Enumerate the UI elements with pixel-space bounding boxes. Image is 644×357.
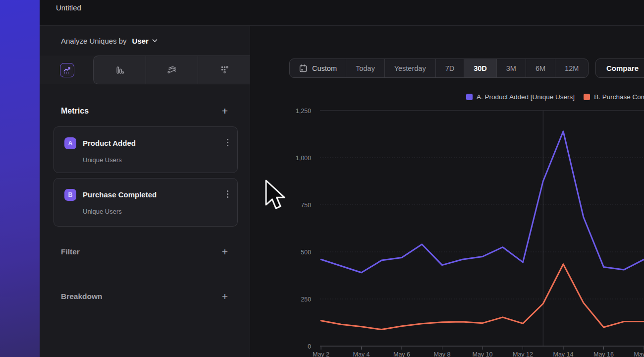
metrics-header: Metrics +	[61, 105, 228, 117]
metrics-title: Metrics	[61, 107, 89, 116]
chart-svg[interactable]: 02505007501,0001,250May 2May 4May 6May 8…	[250, 26, 644, 357]
tab-dot-grid[interactable]	[198, 56, 250, 84]
analyze-entity-dropdown[interactable]: User	[132, 37, 149, 45]
svg-text:May 4: May 4	[353, 351, 370, 357]
svg-text:May 16: May 16	[593, 351, 614, 357]
left-nav-rail	[0, 0, 40, 357]
report-title[interactable]: Untitled	[56, 3, 81, 12]
bar-chart-icon	[114, 65, 125, 75]
chevron-down-icon[interactable]	[152, 39, 158, 43]
add-breakdown-button[interactable]: +	[222, 292, 228, 301]
line-chart-icon	[62, 65, 72, 75]
dot-grid-icon	[219, 64, 230, 75]
svg-text:250: 250	[301, 296, 311, 303]
kebab-menu-icon[interactable]	[227, 139, 228, 146]
metric-name: Product Added	[83, 139, 136, 147]
tab-bar-chart[interactable]	[94, 56, 146, 84]
metric-measure[interactable]: Unique Users	[83, 156, 122, 164]
svg-text:May 2: May 2	[313, 351, 329, 357]
breakdown-title: Breakdown	[61, 292, 103, 301]
chart-panel: Custom Today Yesterday 7D 30D 3M 6M 12M …	[250, 26, 644, 357]
analytics-app: { "window": { "title": "Untitled" }, "si…	[0, 0, 644, 357]
metric-measure[interactable]: Unique Users	[83, 208, 122, 215]
add-metric-button[interactable]: +	[222, 106, 228, 116]
tab-line-chart[interactable]	[60, 63, 74, 77]
breakdown-header: Breakdown +	[61, 291, 228, 302]
metric-badge-b: B	[64, 189, 76, 201]
metric-name: Purchase Completed	[83, 190, 157, 199]
svg-text:May 18: May 18	[634, 351, 644, 357]
tab-flow-chart[interactable]	[146, 56, 198, 84]
svg-text:0: 0	[308, 343, 311, 350]
svg-text:1,250: 1,250	[296, 108, 311, 115]
flow-chart-icon	[166, 64, 177, 75]
topbar: Untitled	[40, 0, 644, 26]
svg-text:1,000: 1,000	[296, 155, 311, 162]
svg-text:500: 500	[301, 249, 311, 256]
metric-badge-a: A	[64, 137, 76, 149]
svg-text:May 14: May 14	[553, 351, 574, 357]
svg-text:May 10: May 10	[473, 351, 493, 357]
svg-text:May 6: May 6	[393, 351, 410, 357]
chart-type-tabs	[40, 56, 250, 84]
metric-card-a[interactable]: A Product Added Unique Users	[54, 126, 238, 173]
query-sidebar: Analyze Uniques by User	[40, 26, 250, 357]
filter-header: Filter +	[61, 246, 228, 258]
svg-text:May 8: May 8	[433, 351, 450, 357]
analyze-row: Analyze Uniques by User	[40, 26, 250, 56]
svg-text:May 12: May 12	[513, 351, 533, 357]
add-filter-button[interactable]: +	[222, 247, 228, 257]
chart-type-tab-group	[93, 56, 250, 84]
metric-card-b[interactable]: B Purchase Completed Unique Users	[54, 178, 238, 227]
svg-text:750: 750	[301, 202, 311, 209]
kebab-menu-icon[interactable]	[227, 190, 228, 198]
analyze-label: Analyze Uniques by	[61, 37, 127, 45]
filter-title: Filter	[61, 247, 80, 256]
